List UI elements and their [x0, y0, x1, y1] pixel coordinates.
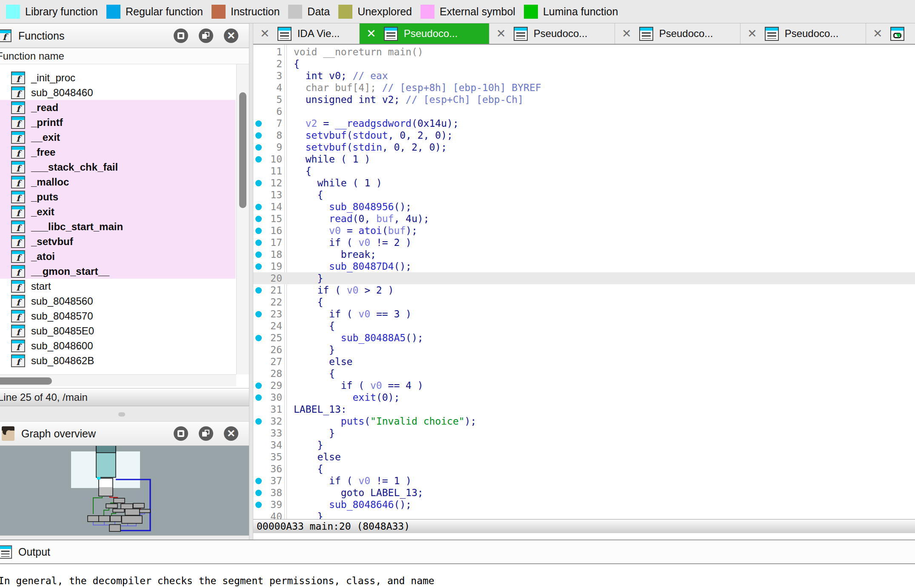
function-row[interactable]: _puts — [0, 189, 235, 204]
code-line[interactable]: 33 } — [253, 427, 915, 439]
close-button[interactable]: ✕ — [224, 29, 238, 43]
code-line[interactable]: 13 { — [253, 189, 915, 201]
graph-overview-canvas[interactable] — [0, 446, 249, 535]
code-line-current[interactable]: 20 } — [253, 272, 915, 284]
code-line[interactable]: 25 sub_80488A5(); — [253, 332, 915, 344]
code-line[interactable]: 35 else — [253, 451, 915, 463]
code-line[interactable]: 15 read(0, buf, 4u); — [253, 213, 915, 225]
tab-close-icon[interactable]: ✕ — [496, 27, 506, 40]
code-line[interactable]: 24 { — [253, 320, 915, 332]
function-list[interactable]: _init_procsub_8048460_read_printf__exit_… — [0, 64, 249, 374]
code-line[interactable]: 8 setvbuf(stdout, 0, 2, 0); — [253, 129, 915, 141]
code-line[interactable]: 32 puts("Invalid choice"); — [253, 415, 915, 427]
close-button[interactable]: ✕ — [224, 426, 238, 441]
code-line[interactable]: 29 if ( v0 == 4 ) — [253, 380, 915, 391]
tab-Pseudoco...[interactable]: ✕Pseudoco... — [615, 23, 741, 44]
function-row[interactable]: sub_8048600 — [0, 338, 235, 353]
code-line[interactable]: 10 while ( 1 ) — [253, 153, 915, 165]
code-line[interactable]: 27 else — [253, 356, 915, 368]
function-row[interactable]: _init_proc — [0, 70, 235, 85]
code-line[interactable]: 30 exit(0); — [253, 391, 915, 403]
tab-Pseudoco...[interactable]: ✕Pseudoco... — [360, 23, 489, 44]
function-row[interactable]: _free — [0, 145, 235, 160]
code-line[interactable]: 18 break; — [253, 248, 915, 260]
function-row[interactable]: ___libc_start_main — [0, 219, 235, 234]
code-line[interactable]: 21 if ( v0 > 2 ) — [253, 284, 915, 296]
code-line[interactable]: 3 int v0; // eax — [253, 70, 915, 82]
code-line[interactable]: 31LABEL_13: — [253, 403, 915, 415]
code-line[interactable]: 12 while ( 1 ) — [253, 177, 915, 189]
code-line[interactable]: 23 if ( v0 == 3 ) — [253, 308, 915, 320]
output-panel-header[interactable]: Output — [0, 539, 915, 564]
code-line[interactable]: 7 v2 = __readgsdword(0x14u); — [253, 117, 915, 129]
code-line[interactable]: 26 } — [253, 344, 915, 356]
function-icon — [11, 206, 25, 218]
maximize-button[interactable] — [174, 426, 188, 441]
code-line[interactable]: 40 } — [253, 511, 915, 519]
code-line[interactable]: 22 { — [253, 296, 915, 308]
float-button[interactable] — [199, 426, 213, 441]
code-line[interactable]: 6 — [253, 106, 915, 117]
function-name-column-header[interactable]: Function name — [0, 48, 249, 64]
maximize-button[interactable] — [174, 29, 188, 43]
code-line[interactable]: 39 sub_8048646(); — [253, 499, 915, 511]
tab-close-icon[interactable]: ✕ — [747, 27, 757, 40]
function-row[interactable]: start — [0, 279, 235, 294]
float-button[interactable] — [199, 29, 213, 43]
code-text: } — [294, 427, 335, 439]
legend-item: Library function — [6, 5, 98, 19]
code-line[interactable]: 4 char buf[4]; // [esp+8h] [ebp-10h] BYR… — [253, 82, 915, 94]
function-row[interactable]: __exit — [0, 130, 235, 145]
code-line[interactable]: 34 } — [253, 439, 915, 451]
scrollbar-thumb[interactable] — [239, 92, 246, 208]
output-panel-body[interactable]: In general, the decompiler checks the se… — [0, 566, 915, 588]
code-text: sub_8048956(); — [294, 201, 412, 213]
function-row[interactable]: __gmon_start__ — [0, 264, 235, 279]
code-line[interactable]: 11 { — [253, 165, 915, 177]
code-line[interactable]: 36 { — [253, 463, 915, 475]
code-line[interactable]: 19 sub_80487D4(); — [253, 260, 915, 272]
line-number: 19 — [253, 260, 282, 272]
panel-splitter[interactable] — [0, 407, 249, 421]
function-row[interactable]: _setvbuf — [0, 234, 235, 249]
pseudocode-view[interactable]: 1void __noreturn main()2{3 int v0; // ea… — [253, 45, 915, 519]
tab-close-icon[interactable]: ✕ — [622, 27, 632, 40]
tab-Pseudoco...[interactable]: ✕Pseudoco... — [489, 23, 615, 44]
function-row[interactable]: sub_8048570 — [0, 308, 235, 323]
pseudocode-view-icon — [384, 27, 398, 41]
function-row[interactable]: _exit — [0, 204, 235, 219]
tab-hex-view[interactable]: ✕ — [866, 23, 915, 44]
function-row[interactable]: _atoi — [0, 249, 235, 264]
code-line[interactable]: 1void __noreturn main() — [253, 46, 915, 58]
splitter-handle[interactable] — [118, 412, 125, 417]
tab-close-icon[interactable]: ✕ — [366, 27, 376, 40]
code-line[interactable]: 37 if ( v0 != 1 ) — [253, 475, 915, 487]
code-line[interactable]: 38 goto LABEL_13; — [253, 487, 915, 499]
function-row[interactable]: ___stack_chk_fail — [0, 160, 235, 174]
function-row[interactable]: sub_8048560 — [0, 294, 235, 308]
tab-close-icon[interactable]: ✕ — [260, 27, 270, 40]
code-line[interactable]: 17 if ( v0 != 2 ) — [253, 237, 915, 248]
scrollbar-thumb[interactable] — [0, 377, 52, 385]
function-list-horizontal-scrollbar[interactable] — [0, 374, 249, 386]
code-line[interactable]: 9 setvbuf(stdin, 0, 2, 0); — [253, 141, 915, 153]
function-row[interactable]: sub_80485E0 — [0, 323, 235, 338]
function-row[interactable]: _read — [0, 100, 235, 115]
code-line[interactable]: 14 sub_8048956(); — [253, 201, 915, 213]
code-line[interactable]: 5 unsigned int v2; // [esp+Ch] [ebp-Ch] — [253, 94, 915, 106]
function-row[interactable]: _printf — [0, 115, 235, 130]
function-icon — [11, 176, 25, 188]
tab-close-icon[interactable]: ✕ — [873, 27, 883, 40]
tab-Pseudoco...[interactable]: ✕Pseudoco... — [741, 23, 866, 44]
function-row[interactable]: sub_8048460 — [0, 85, 235, 100]
code-line[interactable]: 28 { — [253, 368, 915, 380]
function-list-vertical-scrollbar[interactable] — [236, 64, 249, 374]
line-number: 40 — [253, 511, 282, 519]
function-row[interactable]: sub_804862B — [0, 353, 235, 368]
code-line[interactable]: 16 v0 = atoi(buf); — [253, 225, 915, 237]
tab-IDA Vie...[interactable]: ✕IDA Vie... — [253, 23, 360, 44]
function-row[interactable]: _malloc — [0, 174, 235, 189]
function-icon — [11, 235, 25, 248]
code-line[interactable]: 2{ — [253, 58, 915, 70]
vertical-splitter[interactable] — [249, 23, 253, 539]
